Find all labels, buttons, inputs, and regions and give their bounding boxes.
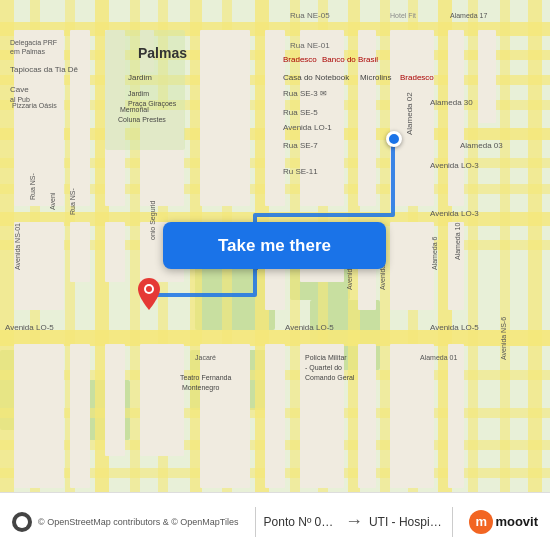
svg-text:Bradesco: Bradesco — [283, 55, 317, 64]
svg-text:Memorial: Memorial — [120, 106, 149, 113]
svg-text:Avenida NS-01: Avenida NS-01 — [14, 223, 21, 270]
footer-divider-right — [452, 507, 453, 537]
svg-rect-133 — [390, 380, 434, 420]
svg-rect-97 — [358, 168, 376, 206]
svg-text:Avenida LO-5: Avenida LO-5 — [285, 323, 334, 332]
svg-rect-128 — [140, 380, 184, 420]
svg-text:Polícia Militar: Polícia Militar — [305, 354, 347, 361]
svg-rect-130 — [265, 380, 285, 420]
footer-divider — [255, 507, 256, 537]
svg-text:Avenida LO-3: Avenida LO-3 — [430, 161, 479, 170]
svg-text:em Palmas: em Palmas — [10, 48, 46, 55]
take-me-there-button[interactable]: Take me there — [163, 222, 386, 269]
svg-text:Jacaré: Jacaré — [195, 354, 216, 361]
svg-text:Microlins: Microlins — [360, 73, 392, 82]
svg-text:Alameda 03: Alameda 03 — [460, 141, 503, 150]
svg-rect-99 — [448, 168, 464, 206]
moovit-text: moovit — [495, 514, 538, 529]
app-container: Rua NE-05 Hotel Fit Alameda 17 Rua NE-01… — [0, 0, 550, 550]
svg-rect-127 — [105, 380, 125, 420]
svg-text:Rua SE-3 ✉: Rua SE-3 ✉ — [283, 89, 327, 98]
svg-rect-69 — [478, 85, 496, 123]
destination-pin — [138, 278, 160, 314]
svg-rect-145 — [14, 450, 64, 488]
svg-text:Alameda 30: Alameda 30 — [430, 98, 473, 107]
svg-rect-102 — [70, 222, 90, 282]
svg-text:Rua NS-: Rua NS- — [29, 172, 36, 200]
svg-rect-138 — [140, 418, 184, 456]
svg-text:Avenida NS-6: Avenida NS-6 — [500, 317, 507, 360]
svg-rect-113 — [390, 250, 434, 310]
svg-rect-120 — [265, 344, 285, 384]
svg-text:Jardim: Jardim — [128, 73, 152, 82]
svg-rect-92 — [105, 168, 125, 206]
svg-rect-131 — [300, 380, 344, 420]
svg-text:Banco do Brasil: Banco do Brasil — [322, 55, 378, 64]
svg-text:Ru SE-11: Ru SE-11 — [283, 167, 318, 176]
svg-rect-37 — [500, 0, 510, 492]
svg-rect-146 — [70, 450, 90, 488]
svg-rect-117 — [105, 344, 125, 384]
svg-rect-36 — [468, 0, 478, 492]
svg-rect-93 — [140, 168, 184, 206]
svg-rect-90 — [14, 168, 64, 206]
svg-rect-125 — [14, 380, 64, 420]
svg-rect-150 — [358, 450, 376, 488]
osm-credit: © OpenStreetMap contributors & © OpenMap… — [38, 517, 239, 527]
svg-text:Coluna Prestes: Coluna Prestes — [118, 116, 166, 123]
moovit-logo-circle: m — [469, 510, 493, 534]
svg-text:Avenida LO-3: Avenida LO-3 — [430, 209, 479, 218]
svg-rect-122 — [358, 344, 376, 384]
map-area[interactable]: Rua NE-05 Hotel Fit Alameda 17 Rua NE-01… — [0, 0, 550, 492]
svg-rect-16 — [0, 330, 550, 346]
svg-rect-118 — [140, 344, 184, 384]
svg-rect-38 — [528, 0, 542, 492]
svg-text:Palmas: Palmas — [138, 45, 187, 61]
origin-dot — [386, 131, 402, 147]
svg-rect-103 — [105, 222, 125, 282]
svg-rect-123 — [390, 344, 434, 384]
svg-text:Bradesco: Bradesco — [400, 73, 434, 82]
svg-rect-132 — [358, 380, 376, 420]
svg-text:Aveni: Aveni — [49, 192, 56, 210]
svg-rect-152 — [448, 450, 464, 488]
svg-rect-148 — [265, 450, 285, 488]
svg-text:onio Segurid: onio Segurid — [149, 201, 157, 240]
svg-rect-95 — [265, 168, 285, 206]
svg-rect-151 — [390, 450, 434, 488]
footer-to-text: UTI - Hospital Geral Públi... — [369, 515, 444, 529]
moovit-logo: m moovit — [469, 510, 538, 534]
svg-text:Montenegro: Montenegro — [182, 384, 219, 392]
svg-text:Alameda 01: Alameda 01 — [420, 354, 457, 361]
moovit-m: m — [476, 515, 488, 528]
svg-text:Rua NS-: Rua NS- — [69, 187, 76, 215]
footer-bar: © OpenStreetMap contributors & © OpenMap… — [0, 492, 550, 550]
svg-text:Tapiocas da Tia Dê: Tapiocas da Tia Dê — [10, 65, 79, 74]
svg-text:Teatro Fernanda: Teatro Fernanda — [180, 374, 231, 381]
svg-text:Avenida LO-1: Avenida LO-1 — [283, 123, 332, 132]
svg-rect-149 — [300, 450, 344, 488]
svg-text:Casa do Notebook: Casa do Notebook — [283, 73, 350, 82]
svg-rect-115 — [14, 344, 64, 384]
svg-rect-134 — [448, 380, 464, 420]
svg-text:Alameda 10: Alameda 10 — [454, 223, 461, 260]
svg-rect-110 — [14, 250, 64, 310]
svg-text:Alameda 02: Alameda 02 — [405, 92, 414, 135]
svg-rect-124 — [448, 344, 464, 384]
svg-text:Delegacia PRF: Delegacia PRF — [10, 39, 57, 47]
svg-text:Pizzaria Oásis: Pizzaria Oásis — [12, 102, 57, 109]
svg-text:Alameda 6: Alameda 6 — [431, 236, 438, 270]
svg-text:Jardim: Jardim — [128, 90, 149, 97]
svg-rect-116 — [70, 344, 90, 384]
svg-text:Rua NE-05: Rua NE-05 — [290, 11, 330, 20]
svg-text:Alameda 17: Alameda 17 — [450, 12, 487, 19]
osm-logo — [12, 512, 32, 532]
footer-from-text: Ponto Nº 0017 Colégi... — [264, 515, 339, 529]
svg-text:Rua NE-01: Rua NE-01 — [290, 41, 330, 50]
svg-text:Cave: Cave — [10, 85, 29, 94]
footer-to: UTI - Hospital Geral Públi... — [369, 515, 444, 529]
svg-text:Avenida LO-5: Avenida LO-5 — [430, 323, 479, 332]
svg-rect-98 — [390, 168, 434, 206]
svg-rect-94 — [200, 168, 250, 206]
svg-text:- Quartel do: - Quartel do — [305, 364, 342, 372]
